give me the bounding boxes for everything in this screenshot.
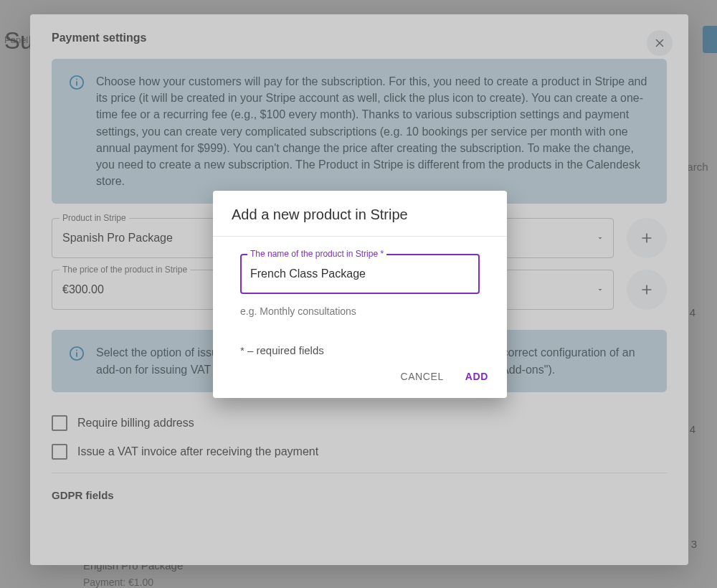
product-name-field[interactable]: The name of the product in Stripe * [240, 254, 480, 294]
field-label: The name of the product in Stripe * [247, 249, 386, 259]
cancel-button[interactable]: CANCEL [400, 371, 443, 382]
product-name-input[interactable] [242, 255, 478, 293]
add-button[interactable]: ADD [465, 371, 488, 382]
modal-title: Add a new product in Stripe [213, 191, 507, 237]
add-product-modal: Add a new product in Stripe The name of … [213, 191, 507, 398]
required-note: * – required fields [240, 344, 480, 356]
field-hint: e.g. Monthly consultations [240, 305, 480, 317]
